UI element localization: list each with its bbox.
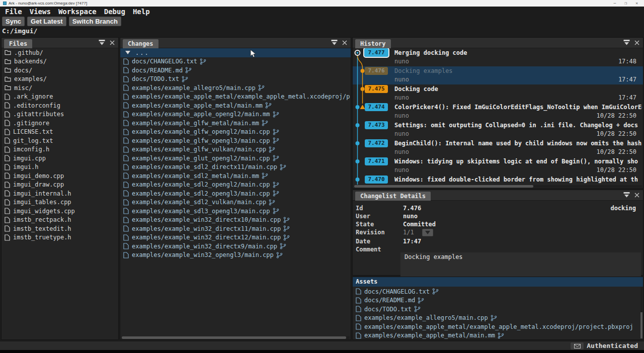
changeset-row[interactable]: 7.474 ColorPicker4(): Fixed ImGuiColorEd… xyxy=(353,103,643,121)
changes-tab[interactable]: Changes xyxy=(123,39,158,48)
asset-row[interactable]: examples/example_apple_metal/main.mm xyxy=(353,331,640,340)
changed-file-row[interactable]: examples/example_apple_metal/main.mm xyxy=(120,101,351,110)
toolbar-button[interactable]: Switch Branch xyxy=(69,17,121,26)
file-tree-item[interactable]: imgui.h xyxy=(2,163,118,172)
expander-triangle-icon[interactable] xyxy=(125,51,130,54)
changed-file-row[interactable]: docs/TODO.txt xyxy=(120,75,351,84)
file-tree-item[interactable]: imgui.cpp xyxy=(2,154,118,163)
file-tree-item[interactable]: .gitattributes xyxy=(2,110,118,119)
changed-file-row[interactable]: examples/example_sdl3_opengl3/main.cpp xyxy=(120,207,351,216)
changed-file-row[interactable]: examples/example_sdl2_metal/main.mm xyxy=(120,171,351,181)
changed-file-row[interactable]: examples/example_sdl2_opengl3/main.cpp xyxy=(120,189,351,198)
asset-row[interactable]: examples/example_allegro5/main.cpp xyxy=(353,314,640,323)
files-tab[interactable]: Files xyxy=(4,39,32,48)
file-tree-item[interactable]: docs/ xyxy=(2,66,118,75)
scrollbar-thumb[interactable] xyxy=(640,312,642,338)
filter-icon[interactable] xyxy=(623,40,630,45)
changed-file-row[interactable]: examples/example_sdl2_vulkan/main.cpp xyxy=(120,198,351,207)
maximize-button[interactable]: ❐ xyxy=(624,0,627,7)
menu-item[interactable]: Help xyxy=(133,8,150,16)
mail-button[interactable] xyxy=(571,342,584,349)
file-tree-item[interactable]: examples/ xyxy=(2,75,118,84)
changeset-row[interactable]: 7.471 Windows: tidying up skipitems logi… xyxy=(353,157,643,175)
changed-file-row[interactable]: examples/example_sdl2_opengl2/main.cpp xyxy=(120,181,351,190)
file-tree-item[interactable]: imconfig.h xyxy=(2,145,118,154)
file-tree-item[interactable]: .gitignore xyxy=(2,119,118,128)
changed-file-row[interactable]: examples/example_glfw_metal/main.mm xyxy=(120,119,351,128)
toolbar-button[interactable]: Get Latest xyxy=(27,17,66,26)
changed-file-row[interactable]: examples/example_glfw_vulkan/main.cpp xyxy=(120,145,351,154)
toolbar-button[interactable]: Sync xyxy=(2,17,25,26)
file-tree-item[interactable]: imgui_widgets.cpp xyxy=(2,207,118,216)
filter-icon[interactable] xyxy=(623,192,630,198)
changed-file-row[interactable]: examples/example_win32_directx10/main.cp… xyxy=(120,216,351,225)
close-icon[interactable] xyxy=(634,40,639,45)
changed-file-row[interactable]: examples/example_win32_directx12/main.cp… xyxy=(120,233,351,242)
menu-item[interactable]: Debug xyxy=(104,8,125,16)
menu-item[interactable]: Workspace xyxy=(58,8,97,16)
file-tree-item[interactable]: imgui_tables.cpp xyxy=(2,198,118,207)
file-tree-item[interactable]: .editorconfig xyxy=(2,101,118,110)
changed-file-row[interactable]: examples/example_win32_directx9/main.cpp xyxy=(120,242,351,251)
changes-horizontal-scrollbar[interactable] xyxy=(121,336,350,339)
changelist-details-tab[interactable]: Changelist Details xyxy=(355,192,431,201)
file-tree-item[interactable]: imstb_textedit.h xyxy=(2,224,118,233)
close-icon[interactable] xyxy=(342,40,347,45)
scrollbar-thumb[interactable] xyxy=(122,336,346,339)
close-button[interactable]: ✕ xyxy=(635,0,638,7)
changed-file-row[interactable]: examples/example_glut_opengl2/main.cpp xyxy=(120,154,351,163)
changeset-id-badge[interactable]: 7.477 xyxy=(363,48,389,58)
minimize-button[interactable]: – xyxy=(614,0,616,7)
file-tree-item[interactable]: imstb_truetype.h xyxy=(2,233,118,242)
changeset-id-badge[interactable]: 7.476 xyxy=(365,67,388,75)
changeset-row[interactable]: 7.472 BeginChild(): Internal name used b… xyxy=(353,139,643,157)
file-tree-item[interactable]: backends/ xyxy=(2,57,118,66)
changed-file-row[interactable]: examples/example_apple_opengl2/main.mm xyxy=(120,110,351,119)
scrollbar-thumb[interactable] xyxy=(354,185,533,188)
changed-file-row[interactable]: docs/CHANGELOG.txt xyxy=(120,57,351,66)
changeset-id-badge[interactable]: 7.474 xyxy=(365,103,388,111)
file-tree-item[interactable]: misc/ xyxy=(2,83,118,93)
changeset-id-badge[interactable]: 7.475 xyxy=(365,85,388,93)
asset-row[interactable]: docs/TODO.txt xyxy=(353,305,640,314)
history-horizontal-scrollbar[interactable] xyxy=(354,185,642,188)
changeset-id-badge[interactable]: 7.471 xyxy=(365,157,388,165)
file-tree-item[interactable]: git_log.txt xyxy=(2,136,118,145)
close-icon[interactable] xyxy=(634,193,639,198)
asset-row[interactable]: examples/example_apple_metal/example_app… xyxy=(353,322,640,331)
revision-dropdown-button[interactable] xyxy=(422,229,433,236)
file-tree-item[interactable]: .ark_ignore xyxy=(2,93,118,102)
changed-file-row[interactable]: examples/example_win32_opengl3/main.cpp xyxy=(120,251,351,260)
changeset-id-badge[interactable]: 7.473 xyxy=(365,121,388,129)
changeset-id-badge[interactable]: 7.472 xyxy=(365,139,388,147)
menu-item[interactable]: Views xyxy=(30,8,51,16)
changed-file-row[interactable]: docs/README.md xyxy=(120,66,351,75)
menu-item[interactable]: File xyxy=(5,8,22,16)
asset-row[interactable]: docs/CHANGELOG.txt xyxy=(353,287,640,296)
asset-row[interactable]: docs/README.md xyxy=(353,296,640,305)
file-tree-item[interactable]: imstb_rectpack.h xyxy=(2,216,118,225)
changeset-id-badge[interactable]: 7.470 xyxy=(365,175,388,184)
history-tab[interactable]: History xyxy=(355,39,391,48)
close-icon[interactable] xyxy=(110,40,115,45)
filter-icon[interactable] xyxy=(99,40,105,45)
filter-icon[interactable] xyxy=(331,40,338,45)
changeset-row[interactable]: 7.473 Settings: omit outputing Collapsed… xyxy=(353,121,643,139)
file-tree-item[interactable]: LICENSE.txt xyxy=(2,128,118,137)
changed-file-row[interactable]: examples/example_apple_metal/example_app… xyxy=(120,93,351,102)
changeset-row[interactable]: 7.475 Docking code nuno 17:47 xyxy=(353,84,643,103)
changed-file-row[interactable]: examples/example_glfw_opengl3/main.cpp xyxy=(120,136,351,145)
changed-file-row[interactable]: examples/example_win32_directx11/main.cp… xyxy=(120,224,351,233)
file-tree-item[interactable]: .github/ xyxy=(2,48,118,57)
file-tree-item[interactable]: imgui_draw.cpp xyxy=(2,181,118,190)
changed-file-row[interactable]: examples/example_allegro5/main.cpp xyxy=(120,83,351,93)
assets-vertical-scrollbar[interactable] xyxy=(640,287,642,338)
changeset-row[interactable]: 7.476 Docking examples nuno 17:47 xyxy=(353,66,643,84)
changed-file-row[interactable]: examples/example_glfw_opengl2/main.cpp xyxy=(120,128,351,137)
file-tree-item[interactable]: imgui_internal.h xyxy=(2,189,118,198)
changed-file-row[interactable]: ... xyxy=(120,48,351,57)
changeset-row[interactable]: 7.470 Windows: fixed double-clicked bord… xyxy=(353,175,643,185)
file-tree-item[interactable]: imgui_demo.cpp xyxy=(2,171,118,181)
changed-file-row[interactable]: examples/example_sdl2_directx11/main.cpp xyxy=(120,163,351,172)
changeset-row[interactable]: 7.477 Merging docking code nuno 17:48 xyxy=(353,48,643,66)
